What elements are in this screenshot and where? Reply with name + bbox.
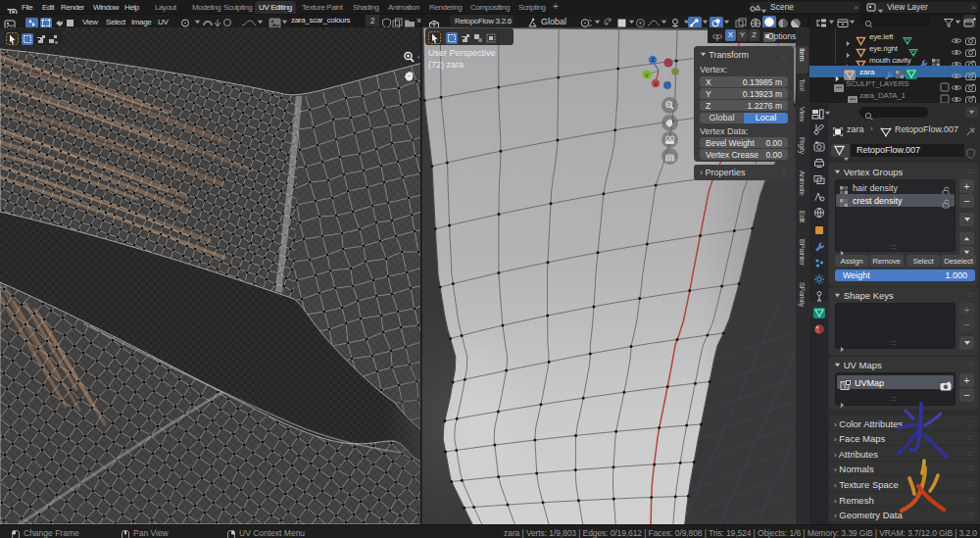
svg-text:Y: Y: [645, 73, 649, 78]
svg-text:Z: Z: [651, 57, 655, 63]
svg-text:X: X: [654, 81, 658, 87]
